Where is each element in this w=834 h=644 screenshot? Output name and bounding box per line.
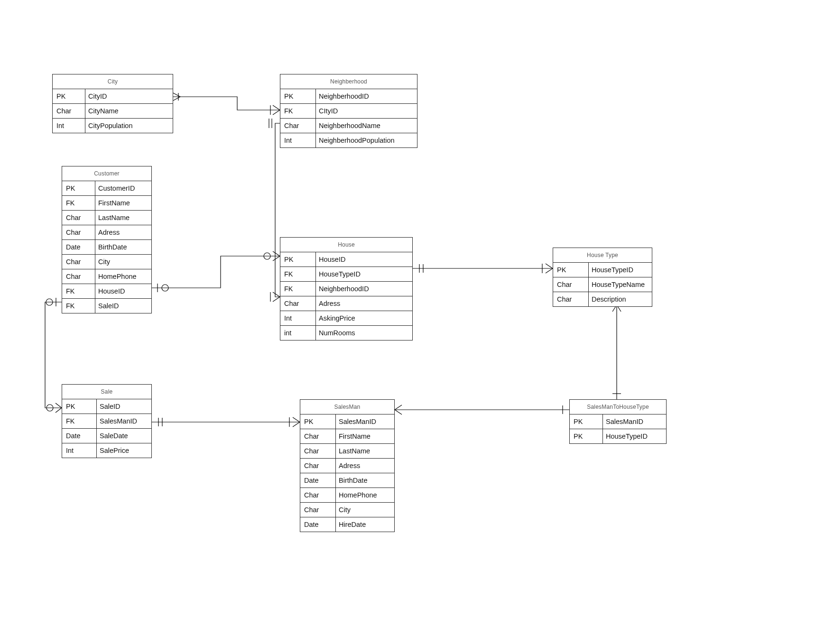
attr-key: FK (62, 196, 95, 211)
attr-key: int (280, 326, 316, 340)
attr-key: Date (62, 429, 97, 443)
entity-attributes: PKSalesManID CharFirstName CharLastName … (300, 414, 394, 532)
entity-attributes: PKCustomerID FKFirstName CharLastName Ch… (62, 181, 151, 313)
attr-name: Adress (95, 225, 152, 240)
entity-customer: Customer PKCustomerID FKFirstName CharLa… (62, 166, 152, 313)
entity-attributes: PKNeighberhoodID FKCItyID CharNeighberho… (280, 89, 417, 147)
entity-title: Neighberhood (280, 74, 417, 89)
attr-name: SalesManID (336, 414, 395, 429)
entity-title: House (280, 238, 412, 252)
entity-title: House Type (553, 248, 652, 263)
attr-key: FK (62, 299, 95, 313)
attr-key: Char (300, 488, 336, 503)
attr-key: Int (280, 311, 316, 326)
svg-point-12 (162, 285, 168, 291)
svg-line-4 (273, 110, 280, 115)
attr-name: HouseTypeID (316, 267, 413, 282)
attr-name: SaleID (95, 299, 152, 313)
attr-name: HomePhone (95, 269, 152, 284)
attr-key: Int (53, 119, 85, 133)
attr-name: LastName (95, 211, 152, 225)
attr-key: Date (62, 240, 95, 255)
attr-key: FK (62, 414, 97, 429)
attr-key: Char (280, 119, 316, 133)
attr-name: SalesManID (97, 414, 152, 429)
attr-name: HouseID (95, 284, 152, 299)
attr-key: FK (280, 104, 316, 119)
attr-key: Char (300, 429, 336, 444)
attr-name: NeighberhoodName (316, 119, 417, 133)
attr-name: Description (589, 292, 652, 307)
attr-key: FK (62, 284, 95, 299)
entity-attributes: PKHouseTypeID CharHouseTypeName CharDesc… (553, 263, 652, 306)
attr-name: City (95, 255, 152, 269)
attr-key: Int (62, 443, 97, 458)
attr-name: FirstName (95, 196, 152, 211)
entity-attributes: PKSaleID FKSalesManID DateSaleDate IntSa… (62, 399, 151, 458)
attr-key: Char (62, 225, 95, 240)
attr-name: NeighberhoodID (316, 89, 417, 104)
attr-name: CityID (85, 89, 173, 104)
entity-sale: Sale PKSaleID FKSalesManID DateSaleDate … (62, 384, 152, 458)
svg-point-20 (46, 405, 53, 411)
attr-name: NeighberhoodPopulation (316, 133, 417, 148)
attr-key: PK (53, 89, 85, 104)
attr-name: CityPopulation (85, 119, 173, 133)
attr-name: City (336, 503, 395, 517)
attr-key: PK (280, 252, 316, 267)
attr-name: HouseID (316, 252, 413, 267)
attr-key: Char (62, 211, 95, 225)
svg-line-18 (56, 403, 62, 408)
attr-name: NumRooms (316, 326, 413, 340)
entity-neighberhood: Neighberhood PKNeighberhoodID FKCItyID C… (280, 74, 417, 148)
svg-line-25 (293, 422, 300, 427)
entity-house-type: House Type PKHouseTypeID CharHouseTypeNa… (553, 248, 652, 307)
attr-name: CItyID (316, 104, 417, 119)
attr-name: CityName (85, 104, 173, 119)
attr-key: PK (570, 429, 603, 444)
svg-line-13 (273, 251, 280, 256)
attr-key: PK (570, 414, 603, 429)
entity-title: SalesMan (300, 400, 394, 414)
svg-point-17 (46, 299, 53, 305)
svg-line-38 (395, 405, 402, 410)
attr-key: Char (300, 503, 336, 517)
attr-name: AskingPrice (316, 311, 413, 326)
attr-name: SaleDate (97, 429, 152, 443)
entity-title: Sale (62, 385, 151, 399)
svg-line-30 (546, 264, 553, 268)
entity-title: City (53, 74, 173, 89)
attr-key: Char (553, 292, 589, 307)
attr-name: FirstName (336, 429, 395, 444)
attr-key: FK (280, 267, 316, 282)
attr-name: BirthDate (95, 240, 152, 255)
attr-key: PK (300, 414, 336, 429)
attr-name: NeighberhoodID (316, 282, 413, 296)
attr-name: HouseTypeID (589, 263, 652, 277)
svg-line-39 (395, 410, 402, 414)
attr-name: Adress (316, 296, 413, 311)
attr-name: HomePhone (336, 488, 395, 503)
attr-key: Date (300, 517, 336, 532)
attr-name: CustomerID (95, 181, 152, 196)
attr-key: PK (62, 399, 97, 414)
svg-line-19 (56, 408, 62, 413)
attr-key: Char (62, 269, 95, 284)
attr-name: BirthDate (336, 473, 395, 488)
svg-line-1 (173, 93, 180, 97)
attr-name: LastName (336, 444, 395, 459)
attr-key: Char (300, 459, 336, 473)
entity-title: SalesManToHouseType (570, 400, 666, 414)
attr-key: Date (300, 473, 336, 488)
attr-name: SalePrice (97, 443, 152, 458)
entity-attributes: PKHouseID FKHouseTypeID FKNeighberhoodID… (280, 252, 412, 340)
svg-line-31 (546, 268, 553, 273)
attr-key: PK (62, 181, 95, 196)
entity-city: City PKCityID CharCityName IntCityPopula… (52, 74, 173, 133)
attr-key: Char (300, 444, 336, 459)
svg-line-2 (173, 97, 180, 101)
attr-key: Char (553, 277, 589, 292)
attr-name: HouseTypeName (589, 277, 652, 292)
attr-key: Char (280, 296, 316, 311)
attr-name: SalesManID (603, 414, 667, 429)
